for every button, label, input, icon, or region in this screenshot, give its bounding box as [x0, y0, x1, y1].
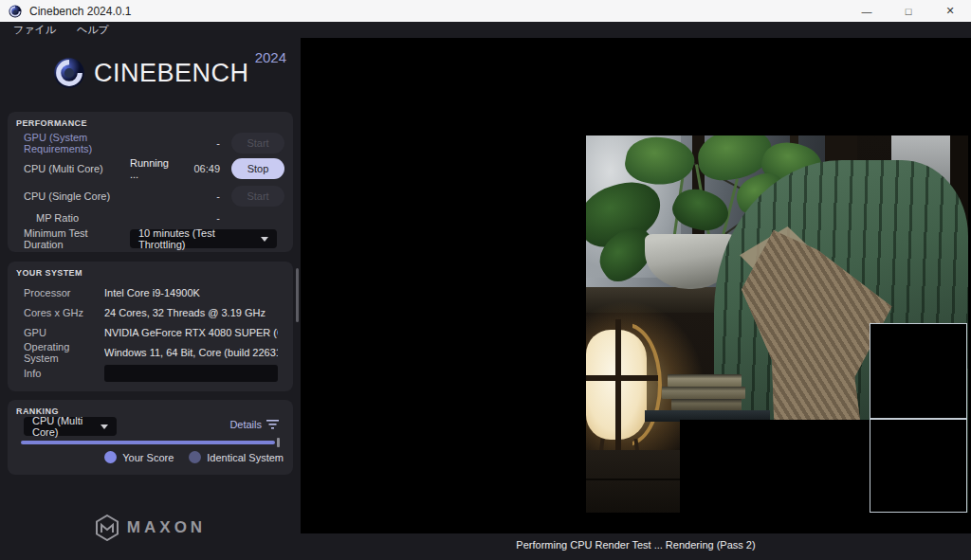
maxon-logo-icon [95, 515, 119, 541]
title-bar: Cinebench 2024.0.1 — □ ✕ [0, 0, 971, 22]
gpu-score: - [180, 137, 220, 149]
minimize-icon[interactable]: — [846, 0, 888, 22]
cpu-multi-status: Running ... [130, 157, 180, 180]
render-tile [870, 323, 967, 419]
filter-icon [266, 420, 279, 429]
cpu-multi-stop-button[interactable]: Stop [231, 158, 284, 179]
status-text: Performing CPU Render Test ... Rendering… [516, 539, 755, 560]
your-score-label: Your Score [122, 452, 174, 463]
cpu-single-label: CPU (Single Core) [24, 190, 130, 202]
scene-lamp-frame [615, 319, 621, 460]
cpu-single-start-button[interactable]: Start [231, 186, 284, 207]
app-year: 2024 [255, 49, 286, 65]
sidebar-scrollbar[interactable] [296, 268, 299, 322]
cinebench-logo: CINEBENCH [53, 57, 249, 89]
maxon-name: MAXON [127, 518, 206, 537]
menu-file[interactable]: ファイル [13, 23, 56, 37]
scene-book [668, 374, 742, 387]
render-image [586, 135, 968, 513]
scene-book [671, 399, 742, 410]
ranking-slider-handle[interactable] [277, 438, 280, 447]
cores-row: Cores x GHz 24 Cores, 32 Threads @ 3.19 … [24, 303, 278, 322]
chevron-down-icon [101, 425, 108, 429]
gpu-info-row: GPU NVIDIA GeForce RTX 4080 SUPER (CUDA,… [24, 323, 278, 342]
chevron-down-icon [261, 237, 268, 242]
mp-ratio-label: MP Ratio [24, 212, 130, 224]
cpu-multi-label: CPU (Multi Core) [24, 163, 130, 174]
ranking-legend: Your Score Identical System [104, 451, 284, 463]
your-system-panel: YOUR SYSTEM Processor Intel Core i9-1490… [8, 262, 293, 391]
window-title: Cinebench 2024.0.1 [29, 5, 131, 18]
mp-ratio-row: MP Ratio - [24, 207, 284, 229]
gpu-info-value: NVIDIA GeForce RTX 4080 SUPER (CUDA, Dri… [104, 327, 278, 338]
processor-value: Intel Core i9-14900K [104, 287, 278, 298]
performance-panel: PERFORMANCE GPU (System Requirements) - … [8, 112, 293, 252]
legend-identical-system: Identical System [189, 451, 284, 463]
cpu-multi-row: CPU (Multi Core) Running ... 06:49 Stop [24, 157, 284, 180]
performance-title: PERFORMANCE [16, 118, 87, 128]
details-control[interactable]: Details [229, 419, 279, 430]
duration-dropdown[interactable]: 10 minutes (Test Throttling) [130, 229, 277, 248]
info-label: Info [24, 368, 104, 379]
maximize-icon[interactable]: □ [888, 0, 929, 22]
cpu-single-row: CPU (Single Core) - Start [24, 185, 284, 208]
gpu-info-label: GPU [24, 327, 104, 338]
unrendered-region [680, 420, 870, 513]
your-score-dot-icon [104, 451, 117, 463]
cores-value: 24 Cores, 32 Threads @ 3.19 GHz [104, 307, 278, 318]
info-input[interactable] [104, 365, 278, 382]
os-value: Windows 11, 64 Bit, Core (build 22631) [104, 347, 278, 358]
menu-help[interactable]: ヘルプ [77, 23, 109, 37]
os-label: Operating System [24, 341, 104, 364]
details-label: Details [229, 419, 262, 430]
cores-label: Cores x GHz [24, 307, 104, 318]
ranking-selector[interactable]: CPU (Multi Core) [24, 417, 117, 436]
sidebar: CINEBENCH 2024 PERFORMANCE GPU (System R… [0, 38, 301, 560]
ranking-panel: RANKING CPU (Multi Core) Details Your Sc… [8, 400, 293, 475]
cinebench-logo-icon [53, 57, 85, 89]
maxon-logo: MAXON [0, 515, 301, 541]
app-name: CINEBENCH [94, 59, 249, 88]
duration-label: Minimum Test Duration [24, 227, 130, 250]
ranking-selector-value: CPU (Multi Core) [32, 415, 91, 438]
mp-ratio-value: - [180, 212, 220, 224]
close-icon[interactable]: ✕ [929, 0, 971, 22]
duration-value: 10 minutes (Test Throttling) [138, 227, 251, 250]
your-system-title: YOUR SYSTEM [16, 268, 82, 278]
scene-lamp-frame [586, 375, 658, 381]
scene-book [662, 387, 745, 399]
duration-row: Minimum Test Duration 10 minutes (Test T… [24, 227, 284, 250]
identical-system-dot-icon [189, 451, 201, 463]
os-row: Operating System Windows 11, 64 Bit, Cor… [24, 343, 278, 362]
identical-system-label: Identical System [207, 452, 284, 463]
render-viewport [301, 38, 971, 533]
status-bar: Performing CPU Render Test ... Rendering… [301, 533, 971, 560]
info-row: Info [24, 364, 278, 383]
cpu-single-score: - [180, 190, 220, 202]
cinebench-window: Cinebench 2024.0.1 — □ ✕ ファイル ヘルプ CINEBE… [0, 0, 971, 560]
menu-bar: ファイル ヘルプ [0, 22, 971, 38]
cinebench-app-icon [9, 5, 22, 18]
processor-row: Processor Intel Core i9-14900K [24, 283, 278, 302]
gpu-start-button[interactable]: Start [231, 133, 284, 154]
ranking-slider-track[interactable] [21, 441, 275, 444]
gpu-system-requirements-link[interactable]: GPU (System Requirements) [24, 132, 130, 154]
legend-your-score: Your Score [104, 451, 174, 463]
gpu-row: GPU (System Requirements) - Start [24, 132, 284, 154]
processor-label: Processor [24, 287, 104, 298]
cpu-multi-timer: 06:49 [180, 163, 220, 174]
render-tile [870, 419, 967, 513]
